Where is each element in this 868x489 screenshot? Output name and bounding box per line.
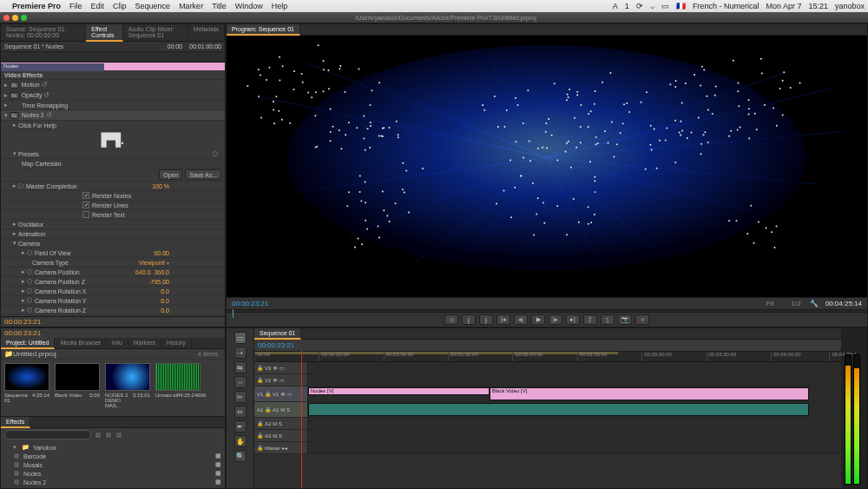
fx-nodes2[interactable]: ▾fxNodes 2↺ <box>1 110 225 121</box>
master-completion[interactable]: ▸Master Completion100 % <box>1 182 225 191</box>
tab-metadata[interactable]: Metadata <box>188 24 225 41</box>
tab-effects[interactable]: Effects <box>1 417 30 428</box>
menu-window[interactable]: Window <box>235 2 263 10</box>
app-name[interactable]: Premiere Pro <box>12 2 61 10</box>
menu-title[interactable]: Title <box>212 2 227 10</box>
project-tc[interactable]: 00:00:23:21 <box>1 328 225 338</box>
mark-in-button[interactable]: { <box>462 314 476 325</box>
track-master[interactable]: 🔒 Master ▸◂ <box>254 442 841 454</box>
zoom-tool[interactable]: 🔍 <box>234 450 247 462</box>
flag-icon[interactable]: 🇫🇷 <box>676 2 686 10</box>
mark-out-button[interactable]: } <box>479 314 493 325</box>
render-nodes[interactable]: Render Nodes <box>1 191 225 201</box>
thumb-black-video[interactable]: Black Video5:00 <box>55 363 100 408</box>
program-ruler[interactable] <box>227 309 867 313</box>
fx-yuv-icon[interactable] <box>115 432 122 439</box>
camera-type[interactable]: Camera TypeViewpoint <box>1 258 225 268</box>
fx-motion[interactable]: ▸fxMotion↺ <box>1 80 225 90</box>
camera-position-z[interactable]: ▸Camera Position Z-795.00 <box>1 277 225 287</box>
camera-position[interactable]: ▸Camera Position640.0 360.0 <box>1 268 225 277</box>
menu-file[interactable]: File <box>69 2 82 10</box>
tab-markers[interactable]: Markers <box>128 338 161 348</box>
tab-program[interactable]: Program: Sequence 01 <box>227 24 300 36</box>
track-v2[interactable]: 🔒 V2 👁 ▭ <box>254 374 841 387</box>
thumb-nodes-demo[interactable]: NODES 2 DEMO MAS...3:15:01 <box>105 363 150 408</box>
zoom-icon[interactable] <box>21 15 27 21</box>
play-button[interactable]: ▶ <box>531 314 545 325</box>
presets-row[interactable]: ▾Presets <box>1 149 225 159</box>
sync-icon[interactable]: ⟳ <box>636 2 643 10</box>
tab-timeline-seq[interactable]: Sequence 01 <box>254 328 301 340</box>
menu-edit[interactable]: Edit <box>91 2 105 10</box>
wifi-icon[interactable]: ⌵ <box>650 2 654 10</box>
track-a3[interactable]: 🔒 A3 M S <box>254 430 841 442</box>
hand-tool[interactable]: ✋ <box>234 435 247 447</box>
wrench-icon[interactable]: 🔧 <box>810 300 819 307</box>
extract-button[interactable]: ⤵ <box>601 314 615 325</box>
camera-rotation-y[interactable]: ▸Camera Rotation Y0.0 <box>1 296 225 306</box>
traffic-lights[interactable] <box>3 15 27 21</box>
fx-opacity[interactable]: ▸fxOpacity↺ <box>1 90 225 101</box>
slip-tool[interactable]: ⇔ <box>234 406 247 418</box>
fx-32bit-icon[interactable] <box>105 432 112 439</box>
menu-clip[interactable]: Clip <box>113 2 127 10</box>
razor-tool[interactable]: ✂ <box>234 391 247 403</box>
program-fit[interactable]: Fit <box>766 300 774 307</box>
track-v1[interactable]: V1 🔒 V1 👁 ▭ Nodes [V] Black Video [V] <box>254 387 841 402</box>
tab-history[interactable]: History <box>161 338 192 348</box>
field-of-view[interactable]: ▸Field Of View60.00 <box>1 248 225 258</box>
thumb-audio[interactable]: Unsaid.aiff4:25:24696 <box>155 363 201 408</box>
open-button[interactable]: Open <box>159 169 182 180</box>
adobe-icon[interactable]: A <box>613 2 618 10</box>
tab-source[interactable]: Source: Sequence 01: Nodes: 00:00:00:00 <box>1 24 86 41</box>
track-a2[interactable]: 🔒 A2 M S <box>254 418 841 430</box>
save-as-button[interactable]: Save As... <box>185 169 221 180</box>
program-res[interactable]: 1/2 <box>792 300 801 307</box>
work-area-bar[interactable] <box>254 352 618 354</box>
export-frame-button[interactable]: 📷 <box>618 314 632 325</box>
button-editor[interactable]: ＋ <box>635 314 649 325</box>
fx-nodes2[interactable]: Nodes 2▦ <box>4 478 221 486</box>
program-tc-current[interactable]: 00:00:23:21 <box>232 300 268 307</box>
goto-in-button[interactable]: |◂ <box>496 314 510 325</box>
menu-sequence[interactable]: Sequence <box>135 2 171 10</box>
add-marker-button[interactable]: ◇ <box>444 314 458 325</box>
clip-nodes[interactable]: Nodes [V] <box>308 387 490 395</box>
tab-project[interactable]: Project: Untitled <box>1 338 55 349</box>
step-back-button[interactable]: ◂| <box>514 314 528 325</box>
render-text[interactable]: Render Text <box>1 210 225 220</box>
selection-tool[interactable]: ▭ <box>234 332 247 344</box>
group-camera[interactable]: ▾Camera <box>1 239 225 248</box>
preset-name[interactable]: Map Cartesian <box>1 159 225 169</box>
camera-rotation-x[interactable]: ▸Camera Rotation X0.0 <box>1 287 225 296</box>
render-lines[interactable]: Render Lines <box>1 201 225 210</box>
camera-rotation-z[interactable]: ▸Camera Rotation Z0.0 <box>1 306 225 315</box>
minimize-icon[interactable] <box>12 15 18 21</box>
tab-effect-controls[interactable]: Effect Controls <box>86 24 123 42</box>
thumb-sequence[interactable]: Sequence 014:25:14 <box>4 363 49 408</box>
fx-time-remapping[interactable]: ▸Time Remapping <box>1 101 225 110</box>
track-a1[interactable]: A1 🔒 A1 M S <box>254 402 841 418</box>
timeline-tc[interactable]: 00:00:23:21 <box>258 341 294 349</box>
fx-folder-yanobox[interactable]: ▾📁 Yanobox <box>4 443 221 452</box>
goto-out-button[interactable]: ▸| <box>566 314 580 325</box>
clip-audio[interactable] <box>308 403 809 416</box>
ec-clip-nodes[interactable]: Nodes <box>1 63 104 71</box>
click-for-help[interactable]: ▸Click For Help <box>1 121 225 130</box>
pen-tool[interactable]: ✒ <box>234 420 247 433</box>
tab-media-browser[interactable]: Media Browser <box>55 338 107 348</box>
rate-stretch-tool[interactable]: ↔ <box>234 376 247 388</box>
track-v3[interactable]: 🔒 V3 👁 ▭ <box>254 362 841 374</box>
group-oscillator[interactable]: ▸Oscillator <box>1 220 225 229</box>
fx-nodes[interactable]: Nodes▦ <box>4 469 221 478</box>
ec-timecode[interactable]: 00:00:23:21 <box>1 316 225 327</box>
input-lang[interactable]: French - Numerical <box>693 2 760 10</box>
battery-icon[interactable]: ▭ <box>661 2 669 10</box>
fx-preset-icon[interactable] <box>95 432 102 439</box>
menu-marker[interactable]: Marker <box>179 2 203 10</box>
program-preview[interactable] <box>227 36 867 297</box>
tab-audio-mixer[interactable]: Audio Clip Mixer: Sequence 01 <box>123 24 188 41</box>
group-animation[interactable]: ▸Animation <box>1 229 225 239</box>
playhead[interactable] <box>301 351 302 489</box>
lift-button[interactable]: ⤴ <box>583 314 597 325</box>
